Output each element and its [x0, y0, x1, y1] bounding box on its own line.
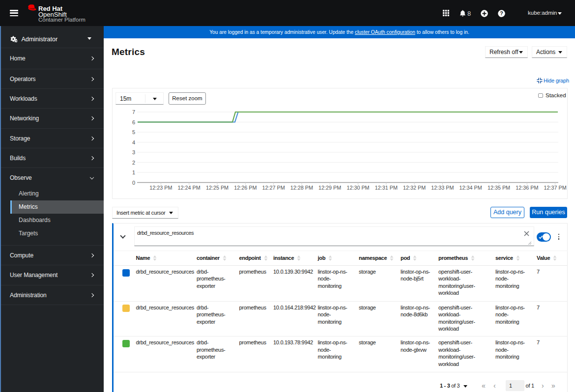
svg-text:12:25 PM: 12:25 PM — [206, 185, 229, 191]
svg-text:12:28 PM: 12:28 PM — [290, 185, 313, 191]
svg-text:0: 0 — [132, 180, 135, 186]
svg-text:12:30 PM: 12:30 PM — [346, 185, 369, 191]
svg-text:12:34 PM: 12:34 PM — [460, 185, 482, 191]
svg-text:3: 3 — [132, 149, 135, 155]
svg-text:12:37 PM: 12:37 PM — [544, 185, 566, 191]
svg-text:?: ? — [500, 10, 503, 16]
svg-text:2: 2 — [132, 160, 135, 166]
svg-text:12:29 PM: 12:29 PM — [318, 185, 341, 191]
svg-text:12:24 PM: 12:24 PM — [178, 185, 201, 191]
svg-text:12:23 PM: 12:23 PM — [149, 185, 172, 191]
svg-text:12:35 PM: 12:35 PM — [488, 185, 510, 191]
svg-text:12:26 PM: 12:26 PM — [234, 185, 257, 191]
svg-text:6: 6 — [132, 119, 135, 125]
svg-text:7: 7 — [132, 109, 135, 115]
svg-text:1: 1 — [132, 169, 135, 175]
svg-text:12:31 PM: 12:31 PM — [375, 185, 398, 191]
svg-text:12:36 PM: 12:36 PM — [516, 185, 538, 191]
svg-text:12:27 PM: 12:27 PM — [262, 185, 285, 191]
svg-text:5: 5 — [132, 129, 135, 135]
svg-text:12:32 PM: 12:32 PM — [403, 185, 426, 191]
svg-text:12:33 PM: 12:33 PM — [431, 185, 454, 191]
svg-text:4: 4 — [132, 140, 135, 145]
